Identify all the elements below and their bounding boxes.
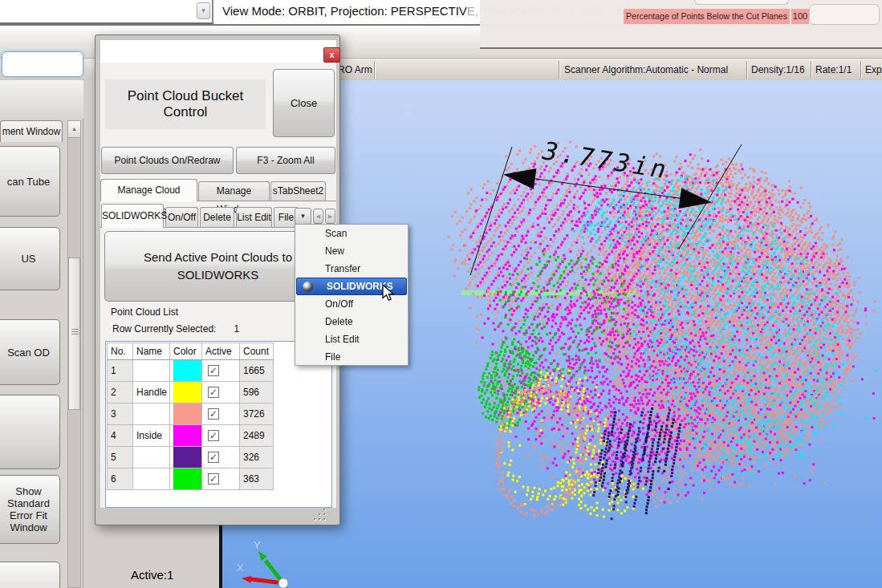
status-separator [811, 61, 812, 79]
cell-no[interactable]: 4 [108, 425, 133, 447]
sidebar-button-scan-od[interactable]: Scan OD [0, 319, 60, 385]
sidebar-button-blank[interactable] [0, 395, 60, 469]
tab-next-button[interactable]: ▶ [325, 209, 335, 224]
active-checkbox[interactable]: ✓ [208, 408, 219, 420]
point-cloud-list-label: Point Cloud List [111, 306, 178, 318]
menu-item-file[interactable]: File [295, 348, 408, 366]
menu-item-list-edit[interactable]: List Edit [295, 330, 408, 348]
cell-name[interactable] [133, 447, 170, 468]
cell-name[interactable] [133, 403, 170, 425]
resize-grip[interactable] [314, 512, 327, 521]
row-selected-value: 1 [234, 323, 239, 335]
active-checkbox[interactable]: ✓ [208, 473, 219, 485]
scroll-down-button[interactable]: ▼ [197, 2, 210, 19]
cell-name[interactable] [133, 468, 170, 490]
status-separator [746, 61, 748, 79]
cell-no[interactable]: 5 [108, 447, 133, 468]
color-swatch[interactable] [173, 425, 201, 446]
dimension-arrow-right [679, 188, 712, 209]
triad-origin [278, 578, 288, 588]
menu-item-delete[interactable]: Delete [295, 313, 408, 330]
close-button[interactable]: Close [273, 69, 335, 137]
column-header-no[interactable]: No. [108, 343, 133, 360]
cell-no[interactable]: 6 [108, 468, 133, 490]
sidebar-button-show-standard-error-fit-window[interactable]: Show Standard Error Fit Window [0, 475, 60, 544]
primary-tabs: Manage Cloud BucketsManage WindowsTabShe… [100, 179, 336, 201]
color-swatch[interactable] [173, 403, 201, 424]
table-row[interactable]: 2Handle✓596 [108, 382, 274, 403]
table-row[interactable]: 1✓1665 [108, 360, 274, 382]
sidebar-scrollbar[interactable]: ▲ [67, 120, 81, 588]
active-checkbox[interactable]: ✓ [208, 452, 219, 463]
active-checkbox[interactable]: ✓ [208, 365, 219, 376]
table-row[interactable]: 6✓363 [108, 468, 274, 490]
cut-planes-label: Percentage of Points Below the Cut Plane… [624, 9, 790, 24]
status-section: RO Arm [338, 64, 372, 75]
table-row[interactable]: 3✓3726 [108, 403, 274, 425]
table-row[interactable]: 5✓326 [108, 447, 274, 468]
tab-stabsheet2[interactable]: sTabSheet2 [270, 181, 326, 201]
point-cloud-table: No.NameColorActiveCount 1✓16652Handle✓59… [107, 343, 274, 490]
color-swatch[interactable] [173, 447, 201, 468]
cell-name[interactable]: Inside [133, 425, 170, 447]
scrollbar-thumb[interactable] [68, 258, 80, 410]
column-header-active[interactable]: Active [202, 343, 240, 360]
subtab-solidworks[interactable]: SOLIDWORKS [101, 204, 164, 228]
subtab-delete[interactable]: Delete [200, 207, 234, 228]
cell-no[interactable]: 2 [108, 382, 133, 403]
tab-prev-button[interactable]: ◀ [313, 209, 323, 224]
cut-planes-value[interactable]: 100 [791, 9, 809, 24]
scroll-up-icon[interactable]: ▲ [68, 121, 80, 138]
status-separator [559, 61, 560, 79]
cell-count[interactable]: 363 [240, 468, 274, 490]
row-selected-label: Row Currently Selected:1 [112, 323, 239, 335]
y-axis-label: Y [254, 539, 261, 551]
menu-item-new[interactable]: New [295, 242, 408, 260]
cell-count[interactable]: 596 [240, 382, 274, 403]
table-row[interactable]: 4Inside✓2489 [108, 425, 274, 447]
menu-item-transfer[interactable]: Transfer [295, 260, 408, 278]
active-checkbox[interactable]: ✓ [208, 430, 219, 441]
point-cloud-list-panel[interactable]: No.NameColorActiveCount 1✓16652Handle✓59… [105, 341, 332, 508]
dialog-titlebar[interactable]: x [100, 40, 336, 63]
sidebar-button-us[interactable]: US [0, 227, 60, 290]
color-swatch[interactable] [173, 360, 201, 381]
tab-dropdown-button[interactable]: ▼ [295, 208, 311, 225]
cell-no[interactable]: 1 [108, 360, 133, 382]
f3-zoom-all-button[interactable]: F3 - Zoom All [236, 147, 335, 174]
sidebar-tab-window[interactable]: ment Window [0, 120, 63, 142]
cell-count[interactable]: 3726 [240, 403, 274, 425]
dimension-annotation: 3.773in [470, 136, 742, 275]
status-section: Rate:1/1 [815, 64, 852, 75]
mouse-cursor [382, 284, 400, 303]
cell-count[interactable]: 2489 [240, 425, 274, 447]
column-header-name[interactable]: Name [133, 343, 170, 360]
subtab-list-edit[interactable]: List Edit [236, 207, 272, 228]
color-swatch[interactable] [173, 382, 201, 403]
subtab-on-off[interactable]: On/Off [165, 207, 198, 228]
cut-planes-field[interactable] [809, 4, 880, 25]
menu-item-scan[interactable]: Scan [295, 225, 408, 242]
cell-name[interactable] [133, 360, 170, 382]
sidebar-input[interactable] [2, 51, 83, 77]
x-axis-label: X [237, 562, 244, 574]
active-checkbox[interactable]: ✓ [208, 387, 219, 398]
tab-manage-cloud-buckets[interactable]: Manage Cloud Buckets [100, 179, 197, 201]
color-swatch[interactable] [173, 468, 201, 489]
point-clouds-on-redraw-button[interactable]: Point Clouds On/Redraw [101, 147, 234, 174]
column-header-count[interactable]: Count [240, 343, 274, 360]
scrollbar-grip [71, 329, 79, 335]
sidebar-button-can-tube[interactable]: can Tube [0, 146, 60, 217]
background-window-pane: ▼ [0, 0, 213, 24]
cell-count[interactable]: 326 [240, 447, 274, 468]
dimension-value: 3.773in [540, 136, 671, 185]
cell-count[interactable]: 1665 [240, 360, 274, 382]
cell-no[interactable]: 3 [108, 403, 133, 425]
column-header-color[interactable]: Color [170, 343, 202, 360]
tab-manage-window[interactable]: Manage Window [198, 181, 270, 201]
close-icon[interactable]: x [323, 47, 340, 63]
view-mode-text-dark: View Mode: ORBIT, Projection: PERSPECTIV [222, 4, 467, 18]
sidebar-button-blank[interactable] [0, 562, 60, 588]
sidebar: ment Window can TubeUSScan ODShow Standa… [0, 80, 83, 588]
cell-name[interactable]: Handle [133, 382, 170, 403]
